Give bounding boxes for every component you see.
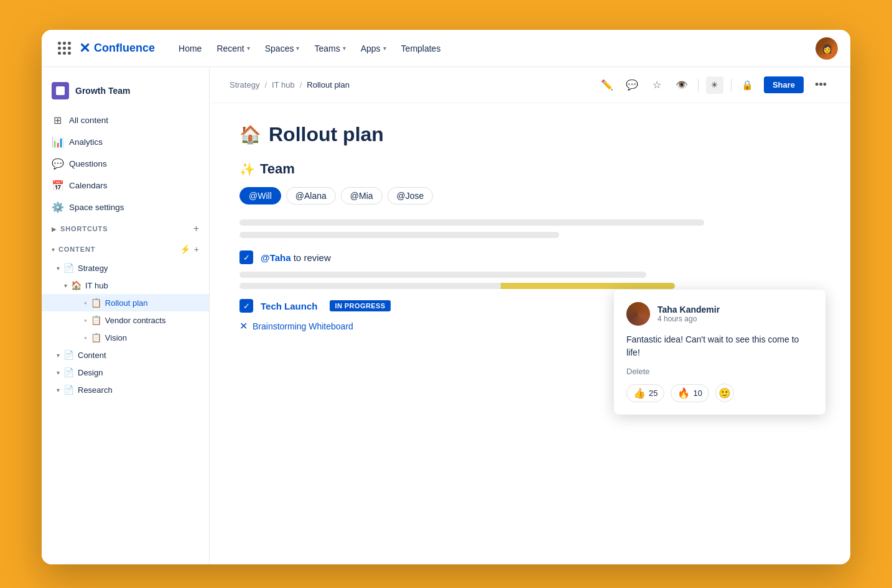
breadcrumb-strategy[interactable]: Strategy [230, 80, 259, 90]
in-progress-badge: IN PROGRESS [330, 300, 390, 311]
reaction-thumbsup[interactable]: 👍 25 [626, 384, 664, 402]
space-header[interactable]: Growth Team [42, 77, 209, 109]
tree-item-vision[interactable]: ● 📋 Vision [42, 329, 209, 346]
breadcrumb-sep: / [264, 80, 267, 90]
delete-button[interactable]: Delete [626, 367, 813, 376]
main-layout: Growth Team ⊞ All content 📊 Analytics 💬 … [42, 67, 850, 564]
share-button[interactable]: Share [764, 76, 804, 93]
shortcuts-label: SHORTCUTS [60, 225, 108, 232]
breadcrumb-sep: / [300, 80, 302, 90]
ai-icon[interactable]: ✳ [706, 76, 723, 94]
breadcrumb-bar: Strategy / IT hub / Rollout plan ✏️ 💬 ☆ … [210, 67, 850, 103]
sidebar: Growth Team ⊞ All content 📊 Analytics 💬 … [42, 67, 210, 564]
comment-body: Fantastic idea! Can't wait to see this c… [626, 333, 813, 359]
thumbsup-count: 25 [649, 388, 657, 398]
chevron-down-icon: ▾ [57, 265, 60, 272]
task-row-1: ✓ @Taha to review [239, 250, 820, 264]
sparkle-icon: ✨ [239, 162, 255, 177]
tree-item-vendor-contracts[interactable]: ● 📋 Vendor contracts [42, 311, 209, 329]
questions-icon: 💬 [52, 158, 63, 170]
chevron-right-icon[interactable]: ▶ [52, 226, 57, 232]
page-icon: 📋 [91, 315, 101, 325]
task-mention[interactable]: @Taha [261, 252, 291, 263]
tree-item-research[interactable]: ▾ 📄 Research [42, 381, 209, 398]
breadcrumb-current: Rollout plan [307, 80, 350, 90]
brainstorm-link[interactable]: Brainstorming Whiteboard [253, 321, 353, 331]
more-options-icon[interactable]: ••• [811, 76, 830, 94]
settings-icon: ⚙️ [52, 201, 63, 213]
comment-popup: Taha Kandemir 4 hours ago Fantastic idea… [614, 290, 825, 415]
chevron-down-icon[interactable]: ▾ [52, 246, 55, 253]
add-content-icon[interactable]: + [194, 244, 199, 254]
confluence-icon: ✕ [239, 320, 248, 332]
analytics-icon: 📊 [52, 136, 63, 148]
sidebar-item-analytics[interactable]: 📊 Analytics [42, 131, 209, 153]
sidebar-item-questions[interactable]: 💬 Questions [42, 153, 209, 175]
breadcrumb: Strategy / IT hub / Rollout plan [230, 80, 350, 90]
task-text-1: @Taha to review [261, 252, 331, 263]
page-icon: 🏠 [71, 280, 81, 290]
tag-mia[interactable]: @Mia [341, 187, 383, 204]
tree-item-rollout-plan[interactable]: ● 📋 Rollout plan [42, 294, 209, 311]
nav-templates[interactable]: Templates [395, 40, 447, 57]
comment-meta: Taha Kandemir 4 hours ago [657, 305, 720, 323]
edit-icon[interactable]: ✏️ [598, 76, 616, 94]
nav-teams[interactable]: Teams ▾ [308, 40, 351, 57]
task-checkbox-2[interactable]: ✓ [239, 299, 253, 313]
chevron-down-icon: ▾ [296, 45, 299, 52]
nav-apps[interactable]: Apps ▾ [355, 40, 393, 57]
filter-icon[interactable]: ⚡ [180, 244, 190, 254]
toolbar-icons: ✏️ 💬 ☆ 👁️ ✳ 🔒 Share ••• [598, 76, 830, 94]
lock-icon[interactable]: 🔒 [739, 76, 756, 94]
page-content: 🏠 Rollout plan ✨ Team @Will @Alana @Mia … [210, 103, 850, 564]
sidebar-item-calendars[interactable]: 📅 Calendars [42, 175, 209, 196]
tree-item-design[interactable]: ▾ 📄 Design [42, 364, 209, 381]
watch-icon[interactable]: 👁️ [673, 76, 690, 94]
nav-recent[interactable]: Recent ▾ [210, 40, 256, 57]
nav-spaces[interactable]: Spaces ▾ [259, 40, 306, 57]
sidebar-item-space-settings[interactable]: ⚙️ Space settings [42, 196, 209, 218]
divider [731, 79, 732, 91]
task-checkbox-1[interactable]: ✓ [239, 250, 253, 264]
tree-item-content[interactable]: ▾ 📄 Content [42, 346, 209, 364]
team-tags: @Will @Alana @Mia @Jose [239, 187, 820, 204]
page-emoji: 🏠 [239, 124, 261, 145]
shortcuts-add-icon[interactable]: + [193, 223, 199, 234]
page-icon: 📄 [63, 263, 74, 273]
tech-launch-link[interactable]: Tech Launch [261, 301, 317, 311]
confluence-logo[interactable]: ✕ Confluence [79, 40, 155, 57]
space-name: Growth Team [75, 86, 130, 96]
tag-jose[interactable]: @Jose [388, 187, 434, 204]
tree-item-strategy[interactable]: ▾ 📄 Strategy [42, 259, 209, 277]
tag-will[interactable]: @Will [239, 187, 281, 204]
avatar-image: 👩 [815, 37, 838, 60]
app-window: ✕ Confluence Home Recent ▾ Spaces ▾ Team… [42, 30, 850, 564]
chevron-down-icon: ▾ [57, 369, 60, 376]
bullet-icon: ● [84, 335, 87, 341]
divider [698, 79, 699, 91]
user-avatar[interactable]: 👩 [815, 37, 838, 60]
add-reaction-button[interactable]: 🙂 [715, 384, 734, 402]
content-label: CONTENT [58, 246, 95, 253]
grid-menu-icon[interactable] [54, 39, 74, 58]
comment-icon[interactable]: 💬 [623, 76, 641, 94]
tag-alana[interactable]: @Alana [286, 187, 336, 204]
star-icon[interactable]: ☆ [648, 76, 666, 94]
logo-text: Confluence [94, 42, 155, 55]
page-icon: 📋 [91, 333, 101, 342]
calendars-icon: 📅 [52, 180, 63, 191]
fire-count: 10 [693, 388, 702, 398]
content-actions: ⚡ + [180, 244, 199, 254]
fire-emoji: 🔥 [677, 387, 690, 399]
content-line-2 [239, 232, 559, 238]
chevron-down-icon: ▾ [247, 45, 250, 52]
tree-item-ithub[interactable]: ▾ 🏠 IT hub [42, 277, 209, 294]
topnav: ✕ Confluence Home Recent ▾ Spaces ▾ Team… [42, 30, 850, 67]
nav-home[interactable]: Home [172, 40, 208, 57]
breadcrumb-ithub[interactable]: IT hub [272, 80, 295, 90]
chevron-down-icon: ▾ [57, 352, 60, 359]
sidebar-item-all-content[interactable]: ⊞ All content [42, 109, 209, 131]
shortcuts-section: ▶ SHORTCUTS + [42, 218, 209, 239]
comment-reactions: 👍 25 🔥 10 🙂 [626, 384, 813, 402]
reaction-fire[interactable]: 🔥 10 [671, 384, 708, 402]
